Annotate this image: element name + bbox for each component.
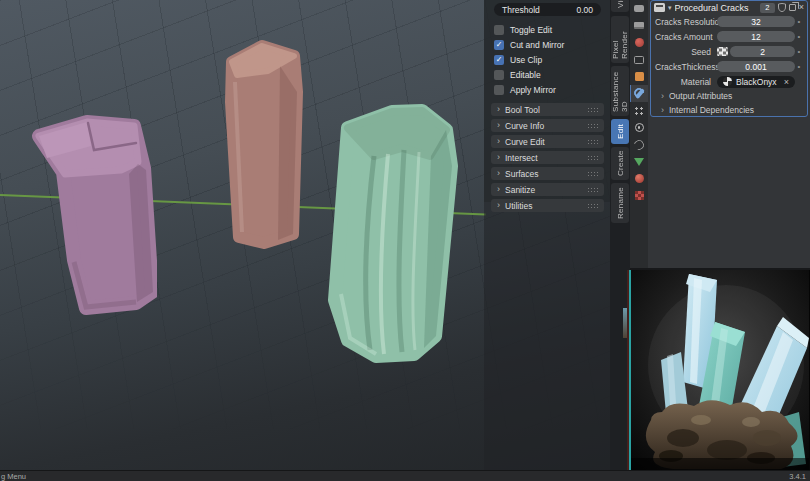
tab-edit[interactable]: Edit (611, 119, 629, 144)
copy-icon[interactable] (789, 4, 796, 11)
subpanel-output-attributes[interactable]: › Output Attributes (651, 89, 807, 103)
subpanel-label: Internal Dependencies (669, 105, 754, 115)
attribute-toggle-icon[interactable] (717, 47, 728, 56)
material-name: BlackOnyx (736, 77, 777, 87)
cracks-thickness-field[interactable]: 0.001 (717, 61, 795, 72)
drag-grip-icon[interactable] (587, 203, 598, 209)
drag-grip-icon[interactable] (587, 155, 598, 161)
section-sanitize[interactable]: › Sanitize (491, 183, 604, 196)
field-label: Cracks Resolution (655, 17, 717, 27)
section-bool-tool[interactable]: › Bool Tool (491, 103, 604, 116)
checkbox-row-use-clip[interactable]: ✓ Use Clip (494, 53, 605, 66)
node-group-users-badge[interactable]: 2 (760, 3, 775, 13)
section-utilities[interactable]: › Utilities (491, 199, 604, 212)
close-icon[interactable]: × (799, 3, 804, 12)
seed-field[interactable]: 2 (730, 46, 795, 57)
tab-pixel-render[interactable]: Pixel Render (611, 16, 629, 63)
drag-grip-icon[interactable] (587, 171, 598, 177)
chevron-right-icon: › (497, 169, 500, 178)
tab-create[interactable]: Create (611, 147, 629, 180)
checkbox-icon[interactable] (494, 85, 504, 95)
chevron-right-icon: › (497, 201, 500, 210)
checkbox-row-toggle-edit[interactable]: Toggle Edit (494, 23, 605, 36)
properties-editor: ▾ Procedural Cracks 2 × Cracks Resolutio… (630, 0, 810, 268)
checkbox-icon[interactable] (494, 25, 504, 35)
teal-crystal-object[interactable] (318, 104, 464, 366)
data-properties-icon[interactable] (630, 153, 648, 170)
field-label: Seed (655, 47, 717, 57)
section-label: Sanitize (505, 185, 535, 195)
checkbox-checked-icon[interactable]: ✓ (494, 55, 504, 65)
checkbox-label: Use Clip (510, 55, 542, 65)
constraints-properties-icon[interactable] (630, 136, 648, 153)
physics-properties-icon[interactable] (630, 119, 648, 136)
geometry-nodes-icon (654, 3, 665, 12)
threshold-slider[interactable]: Threshold 0.00 (494, 3, 601, 16)
aquamarine-crystal-photo (630, 270, 810, 470)
checkbox-row-editable[interactable]: Editable (494, 68, 605, 81)
material-select-field[interactable]: BlackOnyx × (717, 76, 795, 88)
properties-tab-column (630, 0, 648, 268)
version-label: 3.4.1 (789, 472, 806, 481)
cracks-resolution-field[interactable]: 32 (717, 16, 795, 27)
drag-grip-icon[interactable] (587, 107, 598, 113)
drag-grip-icon[interactable] (587, 123, 598, 129)
editor-edge-highlight[interactable] (629, 270, 631, 470)
section-intersect[interactable]: › Intersect (491, 151, 604, 164)
image-editor[interactable] (630, 270, 810, 470)
section-label: Surfaces (505, 169, 539, 179)
chevron-right-icon: › (497, 105, 500, 114)
tab-view[interactable]: View (611, 0, 629, 12)
material-properties-icon[interactable] (630, 170, 648, 187)
brown-crystal-object[interactable] (222, 38, 304, 250)
section-label: Curve Info (505, 121, 544, 131)
field-row-cracks-amount: Cracks Amount 12 • (651, 29, 807, 44)
modifier-header[interactable]: ▾ Procedural Cracks 2 × (651, 1, 807, 14)
tab-substance-3d[interactable]: Substance 3D (611, 66, 629, 116)
purple-crystal-object[interactable] (25, 112, 157, 316)
decorator-dot-icon[interactable]: • (795, 32, 803, 41)
field-label: Cracks Amount (655, 32, 717, 42)
drag-grip-icon[interactable] (587, 139, 598, 145)
scene-properties-icon[interactable] (630, 51, 648, 68)
field-row-cracks-thickness: CracksThickness 0.001 • (651, 59, 807, 74)
checkbox-row-cut-and-mirror[interactable]: ✓ Cut and Mirror (494, 38, 605, 51)
section-curve-edit[interactable]: › Curve Edit (491, 135, 604, 148)
render-properties-icon[interactable] (630, 0, 648, 17)
status-bar: g Menu 3.4.1 (0, 470, 810, 481)
decorator-dot-icon[interactable]: • (795, 17, 803, 26)
particles-properties-icon[interactable] (630, 102, 648, 119)
checkbox-label: Cut and Mirror (510, 40, 564, 50)
viewport-sidebar: Threshold 0.00 Toggle Edit ✓ Cut and Mir… (484, 0, 610, 470)
cracks-amount-field[interactable]: 12 (717, 31, 795, 42)
section-curve-info[interactable]: › Curve Info (491, 119, 604, 132)
object-properties-icon[interactable] (630, 68, 648, 85)
section-label: Utilities (505, 201, 532, 211)
decorator-dot-icon[interactable]: • (795, 62, 803, 71)
subpanel-internal-dependencies[interactable]: › Internal Dependencies (651, 103, 807, 117)
edit-tab-panel: Threshold 0.00 Toggle Edit ✓ Cut and Mir… (484, 0, 610, 202)
checkbox-checked-icon[interactable]: ✓ (494, 40, 504, 50)
chevron-right-icon: › (497, 153, 500, 162)
decorator-dot-icon[interactable]: • (795, 47, 803, 56)
modifier-name[interactable]: Procedural Cracks (675, 3, 757, 13)
chevron-right-icon: › (661, 91, 664, 101)
checkbox-row-apply-mirror[interactable]: Apply Mirror (494, 83, 605, 96)
clear-material-icon[interactable]: × (784, 77, 789, 87)
caret-down-icon[interactable]: ▾ (668, 4, 672, 11)
checkbox-icon[interactable] (494, 70, 504, 80)
material-sphere-icon (723, 77, 732, 86)
drag-grip-icon[interactable] (587, 187, 598, 193)
output-properties-icon[interactable] (630, 17, 648, 34)
shield-icon[interactable] (778, 3, 786, 12)
section-label: Curve Edit (505, 137, 545, 147)
field-row-material: Material BlackOnyx × (651, 74, 807, 89)
tab-rename[interactable]: Rename (611, 183, 629, 223)
modifier-properties-icon[interactable] (630, 85, 648, 102)
section-surfaces[interactable]: › Surfaces (491, 167, 604, 180)
chevron-right-icon: › (497, 185, 500, 194)
texture-properties-icon[interactable] (630, 187, 648, 204)
blender-window: Threshold 0.00 Toggle Edit ✓ Cut and Mir… (0, 0, 810, 481)
world-properties-icon[interactable] (630, 34, 648, 51)
image-edge-sliver (623, 308, 627, 338)
